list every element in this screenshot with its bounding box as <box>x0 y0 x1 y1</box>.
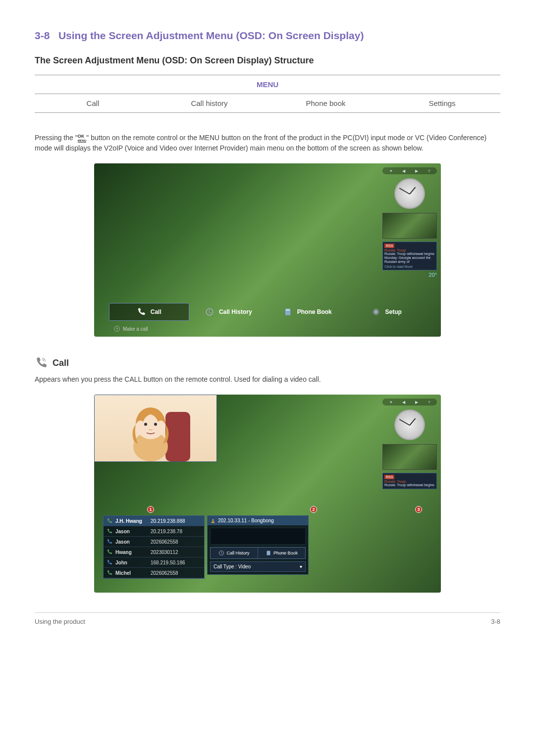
menu-item-history[interactable]: Call History <box>189 303 268 321</box>
ok-menu-button-icon: OKMENU <box>78 134 87 143</box>
contact-row[interactable]: Jason 2026062558 <box>104 537 204 547</box>
osd-main-menu-screenshot: ✦ ◀ ▶ ? RSS Russia: Troop Russia: Troop … <box>94 163 441 337</box>
footer-right: 3-8 <box>491 618 500 625</box>
contact-name: Hwang <box>115 550 148 555</box>
call-heading-text: Call <box>53 358 69 368</box>
rss-widget: RSS Russia: Troop Russia: Troop withdraw… <box>382 473 437 489</box>
call-out-icon <box>107 549 112 555</box>
rss-more-link[interactable]: Click to read More <box>384 265 435 268</box>
ok-bot: MENU <box>78 139 87 142</box>
mini-icon-help[interactable]: ? <box>428 400 430 404</box>
menu-structure-table: MENU Call Call history Phone book Settin… <box>35 75 500 113</box>
menu-col-history: Call history <box>151 94 268 113</box>
svg-rect-1 <box>285 308 290 315</box>
mini-icon-next[interactable]: ▶ <box>415 400 418 404</box>
contact-ip: 168.219.50.186 <box>151 560 201 565</box>
mini-toolbar: ✦ ◀ ▶ ? <box>382 167 437 174</box>
call-out-icon <box>107 570 112 576</box>
svg-point-11 <box>154 423 157 426</box>
contact-ip: 2026062558 <box>151 570 201 576</box>
call-section-heading: Call <box>35 356 500 369</box>
contact-ip: 20.219.238.888 <box>151 518 201 524</box>
menu-label-history: Call History <box>219 308 252 315</box>
callout-badge-1: 1 <box>147 506 154 513</box>
contact-name: Michel <box>115 570 148 576</box>
menu-label-call: Call <box>151 308 161 315</box>
svg-point-4 <box>212 519 214 520</box>
section-title: 3-8 Using the Screen Adjustment Menu (OS… <box>35 30 500 42</box>
body-text-pre: Pressing the " <box>35 134 78 142</box>
call-type-label: Call Type : Video <box>214 564 251 569</box>
svg-rect-7 <box>165 412 190 461</box>
call-out-icon <box>107 528 112 534</box>
mini-icon-prev[interactable]: ◀ <box>402 169 405 173</box>
contact-list-panel: J.H. Hwang 20.219.238.888 Jason 20.219.2… <box>103 515 205 579</box>
contact-ip: 2026062558 <box>151 539 201 545</box>
phone-book-label: Phone Book <box>273 551 298 555</box>
mini-icon-help[interactable]: ? <box>428 169 430 173</box>
widget-pane: ✦ ◀ ▶ ? RSS Russia: Troop Russia: Troop … <box>382 167 437 278</box>
history-icon <box>218 550 224 556</box>
subsection-title: The Screen Adjustment Menu (OSD: On Scre… <box>35 55 500 66</box>
section-number: 3-8 <box>35 30 50 41</box>
contact-name: Jason <box>115 529 148 534</box>
mini-icon-next[interactable]: ▶ <box>415 169 418 173</box>
rss-text: Russia: Troop withdrawal begins Monday: … <box>384 252 435 264</box>
dial-input[interactable] <box>210 528 306 545</box>
clock-widget <box>394 178 425 209</box>
dial-header-text: 202.10.33.11 - Bongbong <box>218 518 274 523</box>
contact-ip: 20.219.238.78 <box>151 529 201 534</box>
menu-item-call[interactable]: Call <box>109 303 189 321</box>
contact-row[interactable]: Michel 2026062558 <box>104 568 204 578</box>
contact-name: J.H. Hwang <box>115 518 148 524</box>
person-icon <box>211 518 215 523</box>
rss-title: Russia: Troop <box>384 480 435 483</box>
dial-button-row: Call History Phone Book <box>210 547 306 559</box>
clock-widget <box>394 409 425 440</box>
svg-point-10 <box>144 423 147 426</box>
menu-item-phonebook[interactable]: Phone Book <box>268 303 347 321</box>
callout-badge-3: 3 <box>415 506 422 513</box>
menu-table-header: MENU <box>35 75 500 94</box>
contact-row[interactable]: J.H. Hwang 20.219.238.888 <box>104 516 204 526</box>
menu-label-phonebook: Phone Book <box>297 308 332 315</box>
contact-row[interactable]: Jason 20.219.238.78 <box>104 526 204 537</box>
body-paragraph: Pressing the "OKMENU" button on the remo… <box>35 133 500 153</box>
gear-icon <box>372 307 380 316</box>
history-icon <box>205 307 214 316</box>
rss-header: RSS <box>384 244 394 248</box>
page-footer: Using the product 3-8 <box>35 612 500 625</box>
preview-thumbnail <box>382 444 437 470</box>
call-screen-screenshot: ✦ ◀ ▶ ? RSS Russia: Troop Russia: Troop … <box>94 395 441 593</box>
footer-left: Using the product <box>35 618 85 625</box>
ok-top: OK <box>78 134 85 139</box>
contact-name: John <box>115 560 148 565</box>
mini-icon-1[interactable]: ✦ <box>389 400 393 404</box>
body-text-post: " button on the remote control or the ME… <box>35 134 486 152</box>
osd-menu-bar: Call Call History Phone Book Setup <box>109 303 426 321</box>
rss-header: RSS <box>384 475 394 479</box>
help-icon: ? <box>114 326 120 332</box>
svg-rect-6 <box>267 551 270 555</box>
call-type-select[interactable]: Call Type : Video ▾ <box>210 561 306 572</box>
contact-row[interactable]: Hwang 2023030112 <box>104 547 204 557</box>
mini-icon-1[interactable]: ✦ <box>389 169 393 173</box>
menu-col-call: Call <box>35 94 151 113</box>
rss-title: Russia: Troop <box>384 249 435 252</box>
chevron-down-icon: ▾ <box>300 564 302 569</box>
call-out-icon <box>107 518 112 524</box>
hint-text: Make a call <box>123 326 148 332</box>
mini-toolbar: ✦ ◀ ▶ ? <box>382 399 437 405</box>
contact-name: Jason <box>115 539 148 545</box>
dial-header: 202.10.33.11 - Bongbong <box>208 516 308 525</box>
call-history-button[interactable]: Call History <box>211 548 258 558</box>
weather-temp: 20° <box>382 272 437 278</box>
book-icon <box>283 307 292 316</box>
menu-col-phonebook: Phone book <box>268 94 384 113</box>
book-icon <box>266 550 271 556</box>
svg-rect-2 <box>286 310 290 311</box>
contact-row[interactable]: John 168.219.50.186 <box>104 557 204 568</box>
mini-icon-prev[interactable]: ◀ <box>402 400 405 404</box>
phone-book-button[interactable]: Phone Book <box>258 548 305 558</box>
menu-item-setup[interactable]: Setup <box>347 303 427 321</box>
